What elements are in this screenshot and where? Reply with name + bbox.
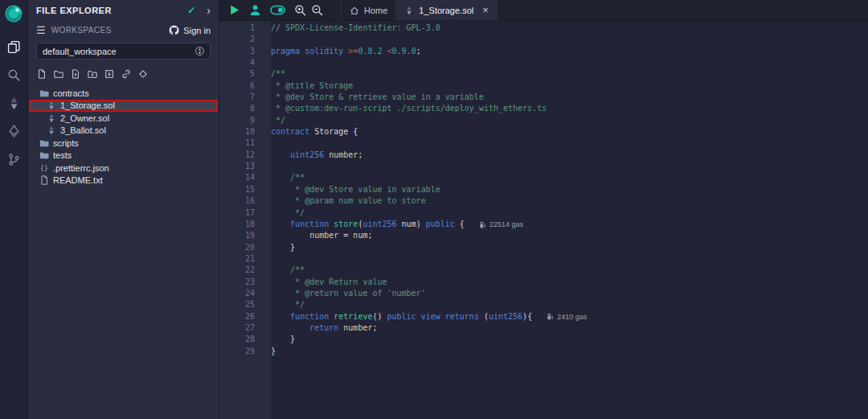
code-line[interactable]: /** bbox=[271, 265, 868, 276]
code-line[interactable]: * @return value of 'number' bbox=[271, 288, 868, 299]
code-token: */ bbox=[271, 116, 285, 125]
folder-icon bbox=[39, 150, 49, 160]
code-line[interactable]: * @title Storage bbox=[271, 80, 868, 92]
code-token: * @custom:dev-run-script ./scripts/deplo… bbox=[271, 104, 547, 113]
rail-item-deploy-run[interactable] bbox=[0, 117, 28, 146]
code-line[interactable]: uint256 number; bbox=[271, 150, 868, 161]
code-line[interactable]: * @custom:dev-run-script ./scripts/deplo… bbox=[271, 103, 868, 114]
code-line[interactable]: // SPDX-License-Identifier: GPL-3.0 bbox=[271, 23, 868, 34]
git-icon bbox=[7, 153, 21, 166]
workspaces-label: WORKSPACES bbox=[51, 26, 164, 35]
tab-home[interactable]: Home bbox=[341, 0, 396, 20]
code-token: ; bbox=[416, 47, 421, 55]
workspaces-row: ☰ WORKSPACES Sign in bbox=[28, 21, 219, 37]
publish-button[interactable] bbox=[138, 69, 148, 79]
workspace-stepper-icon[interactable] bbox=[195, 46, 204, 56]
code-line[interactable] bbox=[271, 253, 868, 265]
sign-in-button[interactable]: Sign in bbox=[169, 25, 211, 35]
code-token: retrieve bbox=[329, 312, 372, 321]
code-line[interactable]: */ bbox=[271, 207, 868, 219]
code-line[interactable]: * @dev Store value in variable bbox=[271, 184, 868, 195]
workspace-select[interactable]: default_workspace bbox=[36, 43, 211, 60]
toolbar-icons bbox=[219, 0, 333, 20]
code-line[interactable]: * @param num value to store bbox=[271, 195, 868, 207]
toolbar-zoom-in-button[interactable] bbox=[294, 4, 306, 16]
code-line[interactable]: */ bbox=[271, 115, 868, 126]
code-line[interactable]: return number; bbox=[271, 322, 868, 334]
home-icon bbox=[350, 6, 359, 15]
code-line[interactable]: } bbox=[271, 334, 868, 345]
sign-in-label: Sign in bbox=[183, 26, 211, 35]
json-icon: {} bbox=[39, 163, 49, 173]
code-line[interactable]: pragma solidity >=0.8.2 <0.9.0; bbox=[271, 46, 868, 57]
file-tree-item[interactable]: {}.prettierrc.json bbox=[29, 162, 218, 175]
rail-item-solidity-compiler[interactable] bbox=[0, 89, 28, 117]
code-line[interactable]: number = num; bbox=[271, 230, 868, 241]
deploy-run-icon bbox=[7, 125, 21, 138]
code-line[interactable]: * @dev Store & retrieve value in a varia… bbox=[271, 92, 868, 103]
rail-item-git[interactable] bbox=[0, 146, 28, 174]
file-tree-item[interactable]: README.txt bbox=[29, 175, 218, 187]
file-actions bbox=[28, 60, 219, 82]
file-explorer-icon bbox=[7, 40, 21, 54]
file-tree-item[interactable]: 1_Storage.sol bbox=[29, 100, 218, 113]
file-tree-item[interactable]: 2_Owner.sol bbox=[29, 112, 218, 125]
line-number: 23 bbox=[219, 277, 271, 288]
import-icon bbox=[104, 69, 114, 79]
code-line[interactable] bbox=[271, 57, 868, 68]
rail-items bbox=[0, 33, 28, 174]
code-line[interactable]: * @dev Return value bbox=[271, 277, 868, 288]
code-line[interactable]: function store(uint256 num) public {2251… bbox=[271, 219, 868, 230]
new-file-button[interactable] bbox=[37, 69, 47, 79]
close-icon[interactable]: × bbox=[482, 5, 489, 15]
line-number: 8 bbox=[219, 103, 271, 114]
import-button[interactable] bbox=[104, 69, 114, 79]
rail-item-search[interactable] bbox=[0, 61, 28, 89]
code-token bbox=[271, 150, 290, 159]
code-line[interactable]: /** bbox=[271, 172, 868, 183]
check-icon[interactable]: ✓ bbox=[187, 5, 195, 16]
remix-logo-icon[interactable] bbox=[4, 4, 23, 23]
editor-topbar: Home1_Storage.sol× bbox=[219, 0, 868, 21]
file-tree-item[interactable]: tests bbox=[29, 150, 218, 162]
toolbar-toggle-button[interactable] bbox=[270, 5, 285, 15]
panel-header: FILE EXPLORER ✓ › bbox=[28, 0, 219, 21]
upload-folder-button[interactable] bbox=[88, 69, 97, 79]
panel-title: FILE EXPLORER bbox=[36, 6, 187, 15]
chevron-right-icon[interactable]: › bbox=[207, 5, 211, 16]
code-line[interactable] bbox=[271, 34, 868, 45]
new-folder-button[interactable] bbox=[54, 69, 63, 79]
code-line[interactable]: /** bbox=[271, 68, 868, 80]
rail-item-file-explorer[interactable] bbox=[0, 33, 28, 61]
code-token: = bbox=[338, 231, 353, 240]
tab-1-storage-sol[interactable]: 1_Storage.sol× bbox=[396, 0, 497, 20]
file-tree-item[interactable]: scripts bbox=[29, 137, 218, 150]
code-line[interactable]: } bbox=[271, 346, 868, 357]
code-token bbox=[271, 323, 309, 332]
code-token: uint256 bbox=[290, 150, 324, 159]
file-tree-item[interactable]: 3_Ballot.sol bbox=[29, 125, 218, 138]
code-token: { bbox=[455, 220, 465, 228]
code-line[interactable]: function retrieve() public view returns … bbox=[271, 311, 868, 322]
code-token: contract bbox=[271, 127, 309, 136]
hamburger-menu-icon[interactable]: ☰ bbox=[36, 25, 46, 35]
toolbar-play-button[interactable] bbox=[228, 4, 240, 16]
file-name: 1_Storage.sol bbox=[60, 101, 115, 110]
link-button[interactable] bbox=[121, 69, 131, 79]
toolbar-zoom-out-button[interactable] bbox=[311, 4, 323, 16]
toolbar-assistant-button[interactable] bbox=[249, 4, 261, 16]
code-line[interactable] bbox=[271, 161, 868, 172]
code-token: * @param num value to store bbox=[271, 196, 426, 205]
code-line[interactable]: */ bbox=[271, 299, 868, 310]
line-number: 27 bbox=[219, 322, 271, 334]
solidity-icon bbox=[404, 6, 414, 15]
line-number: 15 bbox=[219, 184, 271, 195]
code-token: number; bbox=[338, 323, 377, 332]
code-line[interactable]: contract Storage { bbox=[271, 126, 868, 138]
code-line[interactable] bbox=[271, 138, 868, 149]
line-number: 6 bbox=[219, 80, 271, 92]
code-editor[interactable]: 1234567891011121314151617181920212223242… bbox=[219, 21, 868, 419]
file-tree-item[interactable]: contracts bbox=[29, 87, 218, 100]
code-line[interactable]: } bbox=[271, 242, 868, 253]
upload-file-button[interactable] bbox=[71, 69, 80, 79]
